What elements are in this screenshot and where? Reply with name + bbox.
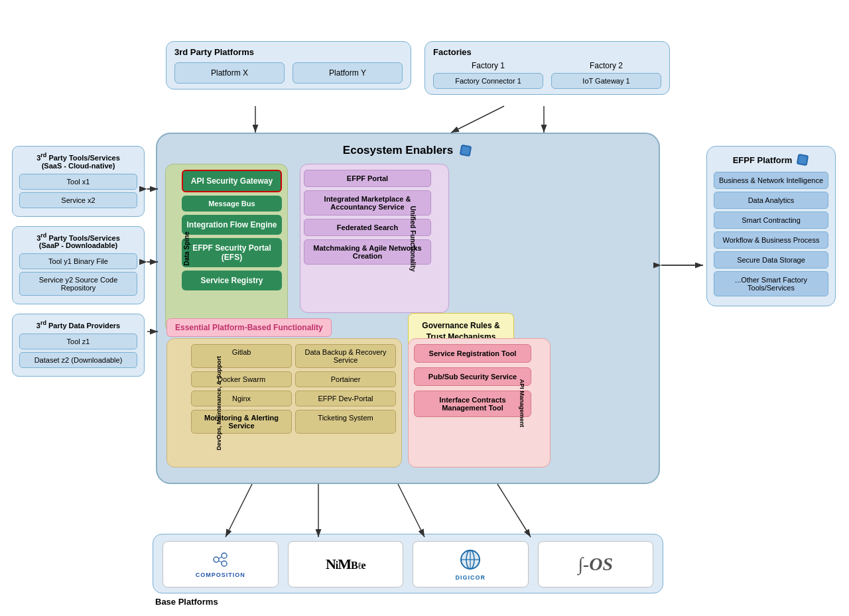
logo-fos: ∫-OS bbox=[538, 541, 654, 587]
svg-point-21 bbox=[222, 553, 227, 558]
data-spine-label: Data Spine bbox=[183, 231, 190, 266]
base-platforms-inner: COMPOSITION NiMBℓe DIGICOR bbox=[153, 534, 663, 593]
left-panel-data-providers: 3rd Party Data Providers Tool z1 Dataset… bbox=[12, 314, 145, 377]
svg-rect-17 bbox=[461, 146, 470, 155]
portainer: Portainer bbox=[295, 371, 396, 387]
unified-label: Unified Functionality bbox=[409, 206, 417, 271]
third-party-platforms-box: 3rd Party Platforms Platform X Platform … bbox=[166, 41, 411, 90]
devops-panel: DevOps, Maintenance, & Support Gitlab Da… bbox=[166, 338, 402, 467]
left-side-panels: 3rd Party Tools/Services(SaaS - Cloud-na… bbox=[12, 146, 145, 377]
left-panel-1-title: 3rd Party Tools/Services(SaaS - Cloud-na… bbox=[19, 152, 137, 170]
secure-data-storage: Secure Data Storage bbox=[714, 251, 828, 269]
interface-contracts: Interface Contracts Management Tool bbox=[414, 391, 531, 417]
service-x2: Service x2 bbox=[19, 192, 137, 208]
integration-flow-engine: Integration Flow Engine bbox=[182, 215, 282, 235]
data-analytics: Data Analytics bbox=[714, 192, 828, 209]
service-y2: Service y2 Source Code Repository bbox=[19, 272, 137, 296]
service-registry: Service Registry bbox=[182, 271, 282, 290]
data-spine-content: API Security Gateway Message Bus Integra… bbox=[182, 170, 282, 290]
factories-row: Factory 1 Factory Connector 1 Factory 2 … bbox=[433, 61, 661, 89]
api-mgmt-label: API Management bbox=[519, 379, 526, 427]
svg-line-15 bbox=[497, 484, 531, 537]
service-registration-tool: Service Registration Tool bbox=[414, 344, 531, 363]
other-tools: ...Other Smart Factory Tools/Services bbox=[714, 271, 828, 296]
ecosystem-title: Ecosystem Enablers bbox=[166, 143, 649, 158]
tp-title-text: 3rd Party Platforms bbox=[174, 47, 254, 57]
efpf-platform-title: EFPF Platform bbox=[714, 153, 828, 166]
factory1-col: Factory 1 Factory Connector 1 bbox=[433, 61, 543, 89]
api-security-gateway: API Security Gateway bbox=[182, 170, 282, 192]
tool-x1: Tool x1 bbox=[19, 174, 137, 190]
smart-contracting: Smart Contracting bbox=[714, 212, 828, 229]
svg-rect-19 bbox=[798, 155, 807, 164]
bni: Business & Network Intelligence bbox=[714, 172, 828, 189]
factories-title: Factories bbox=[433, 47, 661, 57]
devops-label: DevOps, Maintenance, & Support bbox=[216, 355, 222, 450]
svg-point-22 bbox=[222, 561, 227, 566]
digicor-svg-icon bbox=[458, 548, 482, 572]
svg-line-3 bbox=[451, 106, 504, 133]
dataset-z2: Dataset z2 (Downloadable) bbox=[19, 352, 137, 368]
data-spine-panel: Data Spine API Security Gateway Message … bbox=[165, 164, 288, 333]
ecosystem-icon bbox=[458, 143, 473, 158]
api-mgmt-panel: API Management Service Registration Tool… bbox=[408, 338, 551, 467]
svg-line-12 bbox=[226, 484, 252, 537]
svg-point-20 bbox=[214, 557, 219, 562]
platform-items: Platform X Platform Y bbox=[174, 62, 403, 84]
factories-box: Factories Factory 1 Factory Connector 1 … bbox=[424, 41, 670, 95]
efpf-platform-box: EFPF Platform Business & Network Intelli… bbox=[706, 146, 836, 306]
efpf-icon bbox=[796, 153, 809, 166]
tool-z1: Tool z1 bbox=[19, 334, 137, 349]
left-panel-3-title: 3rd Party Data Providers bbox=[19, 320, 137, 330]
unified-panel: Unified Functionality EFPF Portal Integr… bbox=[300, 164, 449, 313]
workflow-business-process: Workflow & Business Process bbox=[714, 231, 828, 249]
platform-y: Platform Y bbox=[293, 62, 403, 84]
svg-line-14 bbox=[398, 484, 424, 537]
left-panel-saap-download: 3rd Party Tools/Services(SaaP - Download… bbox=[12, 226, 145, 305]
efpf-dev-portal: EFPF Dev-Portal bbox=[295, 391, 396, 406]
main-container: 3rd Party Platforms Platform X Platform … bbox=[0, 0, 849, 616]
composition-svg-icon bbox=[211, 550, 229, 569]
efpf-portal: EFPF Portal bbox=[304, 170, 431, 187]
composition-label: COMPOSITION bbox=[196, 572, 245, 578]
nimble-label: NiMBℓe bbox=[326, 556, 365, 573]
svg-line-24 bbox=[218, 561, 222, 562]
fos-label: ∫-OS bbox=[578, 554, 613, 575]
left-panel-saas-cloud: 3rd Party Tools/Services(SaaS - Cloud-na… bbox=[12, 146, 145, 217]
efpf-security-portal: EFPF Security Portal (EFS) bbox=[182, 238, 282, 267]
data-backup: Data Backup & Recovery Service bbox=[295, 344, 396, 368]
svg-line-23 bbox=[218, 557, 222, 558]
essential-label: Essential Platform-Based Functionality bbox=[166, 318, 332, 337]
nginx: Nginx bbox=[191, 391, 292, 406]
gitlab: Gitlab bbox=[191, 344, 292, 368]
ecosystem-title-text: Ecosystem Enablers bbox=[343, 144, 453, 157]
base-platforms-label: Base Platforms bbox=[153, 597, 663, 607]
base-platforms-container: COMPOSITION NiMBℓe DIGICOR bbox=[153, 534, 663, 607]
logo-nimble: NiMBℓe bbox=[288, 541, 404, 587]
factory2-connector: IoT Gateway 1 bbox=[551, 73, 661, 89]
third-party-platforms-title: 3rd Party Platforms bbox=[174, 47, 403, 57]
platform-x: Platform X bbox=[174, 62, 285, 84]
digicor-label: DIGICOR bbox=[455, 574, 486, 581]
logo-composition: COMPOSITION bbox=[163, 541, 279, 587]
logo-digicor: DIGICOR bbox=[413, 541, 529, 587]
pub-sub-security: Pub/Sub Security Service bbox=[414, 367, 531, 386]
factory1-connector: Factory Connector 1 bbox=[433, 73, 543, 89]
docker-swarm: Docker Swarm bbox=[191, 371, 292, 387]
ecosystem-box: Ecosystem Enablers Data Spine API Securi… bbox=[156, 133, 660, 484]
api-mgmt-content: Service Registration Tool Pub/Sub Securi… bbox=[414, 344, 531, 417]
factory2-name: Factory 2 bbox=[551, 61, 661, 70]
efpf-title-text: EFPF Platform bbox=[733, 155, 793, 165]
factory1-name: Factory 1 bbox=[433, 61, 543, 70]
message-bus: Message Bus bbox=[182, 196, 282, 212]
factory2-col: Factory 2 IoT Gateway 1 bbox=[551, 61, 661, 89]
left-panel-2-title: 3rd Party Tools/Services(SaaP - Download… bbox=[19, 232, 137, 250]
monitoring-alerting: Monitoring & Alerting Service bbox=[191, 410, 292, 434]
tool-y1: Tool y1 Binary File bbox=[19, 253, 137, 269]
ticketing-system: Ticketing System bbox=[295, 410, 396, 434]
